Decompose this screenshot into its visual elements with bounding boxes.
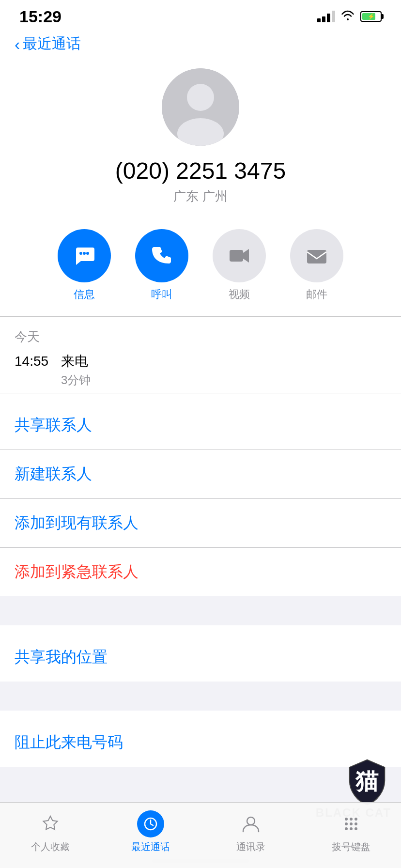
svg-point-13 bbox=[345, 822, 348, 825]
avatar bbox=[162, 68, 239, 146]
add-existing-label: 添加到现有联系人 bbox=[15, 514, 139, 531]
action-buttons: 信息 呼叫 视频 邮件 bbox=[0, 219, 401, 316]
block-label: 阻止此来电号码 bbox=[15, 733, 123, 751]
signal-icon bbox=[317, 11, 335, 22]
tab-recents[interactable]: 最近通话 bbox=[100, 810, 200, 853]
svg-point-3 bbox=[79, 252, 82, 255]
divider-after-history bbox=[0, 393, 401, 393]
new-contact-button[interactable]: 新建联系人 bbox=[0, 450, 401, 499]
svg-point-9 bbox=[247, 817, 255, 825]
svg-point-4 bbox=[83, 252, 86, 255]
call-time: 14:55 bbox=[15, 354, 53, 369]
tab-favorites[interactable]: 个人收藏 bbox=[0, 810, 100, 853]
share-location-label: 共享我的位置 bbox=[15, 648, 108, 666]
message-icon-circle bbox=[58, 229, 111, 282]
status-bar: 15:29 ⚡ bbox=[0, 0, 401, 29]
svg-point-14 bbox=[350, 822, 353, 825]
share-contact-label: 共享联系人 bbox=[15, 416, 92, 434]
svg-point-10 bbox=[345, 818, 348, 821]
mail-button[interactable]: 邮件 bbox=[290, 229, 343, 302]
call-label: 呼叫 bbox=[151, 287, 172, 302]
contacts-icon bbox=[237, 810, 264, 837]
tab-keypad[interactable]: 拨号键盘 bbox=[301, 810, 401, 853]
watermark-shield-icon: 猫 bbox=[343, 758, 391, 806]
call-type: 来电 bbox=[61, 352, 88, 371]
back-button[interactable]: ‹ 最近通话 bbox=[0, 29, 401, 59]
recents-icon bbox=[137, 810, 164, 837]
call-section-title: 今天 bbox=[15, 328, 386, 345]
message-label: 信息 bbox=[74, 287, 95, 302]
back-chevron-icon: ‹ bbox=[15, 36, 20, 52]
call-entry: 14:55 来电 3分钟 bbox=[15, 352, 386, 388]
new-contact-label: 新建联系人 bbox=[15, 465, 92, 482]
video-icon-circle bbox=[213, 229, 266, 282]
menu-section-2: 共享我的位置 bbox=[0, 633, 401, 682]
keypad-icon bbox=[338, 810, 365, 837]
tab-recents-label: 最近通话 bbox=[131, 840, 170, 853]
svg-point-17 bbox=[350, 827, 353, 830]
tab-keypad-label: 拨号键盘 bbox=[332, 840, 370, 853]
gray-gap-2 bbox=[0, 682, 401, 711]
call-button[interactable]: 呼叫 bbox=[135, 229, 188, 302]
recents-active-bg bbox=[137, 810, 164, 837]
svg-rect-6 bbox=[230, 250, 243, 262]
svg-point-18 bbox=[355, 827, 357, 830]
menu-section-1: 共享联系人 新建联系人 添加到现有联系人 添加到紧急联系人 bbox=[0, 401, 401, 596]
call-duration: 3分钟 bbox=[15, 372, 386, 388]
svg-rect-7 bbox=[307, 250, 326, 264]
message-button[interactable]: 信息 bbox=[58, 229, 111, 302]
favorites-icon bbox=[37, 810, 64, 837]
tab-favorites-label: 个人收藏 bbox=[31, 840, 70, 853]
tab-bar: 个人收藏 最近通话 通讯录 bbox=[0, 802, 401, 868]
share-location-button[interactable]: 共享我的位置 bbox=[0, 633, 401, 682]
call-history: 今天 14:55 来电 3分钟 bbox=[0, 317, 401, 393]
status-icons: ⚡ bbox=[317, 10, 382, 23]
wifi-icon bbox=[341, 10, 355, 23]
call-icon-circle bbox=[135, 229, 188, 282]
video-button[interactable]: 视频 bbox=[213, 229, 266, 302]
share-contact-button[interactable]: 共享联系人 bbox=[0, 401, 401, 450]
tab-contacts[interactable]: 通讯录 bbox=[200, 810, 301, 853]
contact-phone: (020) 2251 3475 bbox=[115, 157, 286, 184]
battery-icon: ⚡ bbox=[360, 11, 382, 22]
status-time: 15:29 bbox=[19, 7, 62, 26]
svg-point-11 bbox=[350, 818, 353, 821]
contact-header: (020) 2251 3475 广东 广州 bbox=[0, 59, 401, 219]
svg-point-12 bbox=[355, 818, 357, 821]
svg-text:猫: 猫 bbox=[355, 769, 379, 794]
svg-point-1 bbox=[187, 84, 214, 111]
add-existing-button[interactable]: 添加到现有联系人 bbox=[0, 499, 401, 548]
svg-point-5 bbox=[86, 252, 89, 255]
svg-point-15 bbox=[355, 822, 357, 825]
gray-gap-1 bbox=[0, 596, 401, 625]
svg-point-16 bbox=[345, 827, 348, 830]
mail-icon-circle bbox=[290, 229, 343, 282]
add-emergency-label: 添加到紧急联系人 bbox=[15, 563, 139, 580]
contact-location: 广东 广州 bbox=[173, 188, 227, 205]
video-label: 视频 bbox=[229, 287, 250, 302]
add-emergency-button[interactable]: 添加到紧急联系人 bbox=[0, 548, 401, 596]
tab-contacts-label: 通讯录 bbox=[236, 840, 265, 853]
back-label: 最近通话 bbox=[23, 34, 81, 54]
mail-label: 邮件 bbox=[306, 287, 327, 302]
